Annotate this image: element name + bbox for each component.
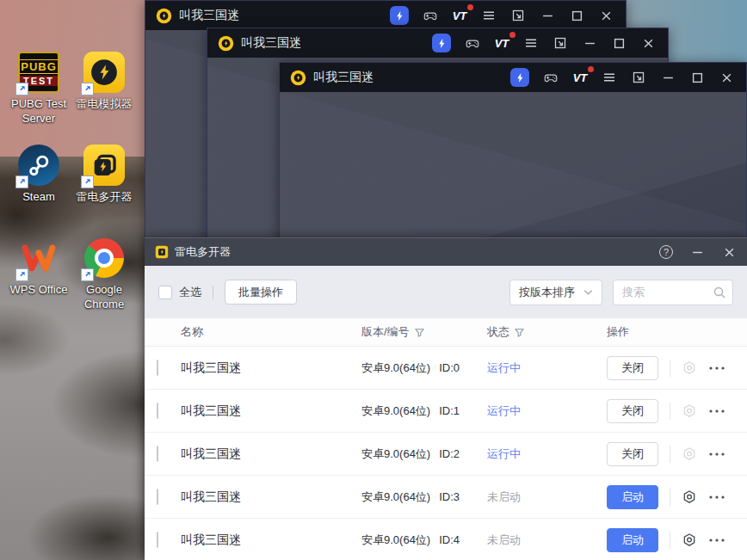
instance-row[interactable]: 叫我三国迷 安卓9.0(64位)ID:2 运行中 关闭 [145, 433, 747, 476]
close-icon[interactable] [640, 35, 656, 51]
minimize-icon[interactable] [660, 70, 676, 85]
instance-version: 安卓9.0(64位) [361, 446, 430, 462]
search-icon[interactable] [713, 286, 726, 303]
close-instance-button[interactable]: 关闭 [607, 356, 658, 380]
help-icon[interactable]: ? [659, 245, 673, 259]
row-checkbox[interactable] [157, 532, 158, 548]
instance-version: 安卓9.0(64位) [361, 489, 430, 505]
settings-gear-icon[interactable] [682, 446, 697, 462]
ldplayer-logo-icon [156, 8, 172, 24]
shortcut-arrow-icon [81, 83, 94, 95]
emulator-titlebar: 叫我三国迷 VT [207, 28, 668, 58]
gamepad-icon[interactable] [543, 70, 559, 85]
notification-dot [588, 66, 594, 72]
table-header: 名称 版本/编号 状态 操作 [145, 318, 747, 347]
boost-icon[interactable] [432, 34, 451, 52]
minimize-icon[interactable] [582, 35, 597, 51]
desktop-icon-wps-office[interactable]: WPS Office [5, 237, 72, 298]
select-all-checkbox[interactable] [158, 286, 172, 299]
rotate-screen-icon[interactable] [553, 35, 568, 51]
ldplayer-logo-icon [218, 35, 234, 52]
instance-row[interactable]: 叫我三国迷 安卓9.0(64位)ID:0 运行中 关闭 [145, 347, 747, 390]
start-instance-button[interactable]: 启动 [607, 528, 658, 552]
instance-name: 叫我三国迷 [181, 532, 361, 548]
more-options-icon[interactable] [708, 366, 725, 371]
row-checkbox[interactable] [157, 446, 158, 462]
desktop-icon-label: Steam [22, 190, 55, 205]
desktop-icon-label: PUBG Test Server [5, 97, 72, 126]
row-checkbox[interactable] [157, 403, 158, 419]
instance-row[interactable]: 叫我三国迷 安卓9.0(64位)ID:3 未启动 启动 [145, 476, 747, 519]
shortcut-arrow-icon [15, 268, 28, 281]
rotate-screen-icon[interactable] [631, 70, 646, 85]
notification-dot [467, 4, 473, 10]
minimize-icon[interactable] [689, 244, 705, 260]
row-checkbox[interactable] [157, 489, 158, 505]
instance-id: ID:0 [439, 361, 460, 374]
filter-icon[interactable] [514, 327, 525, 338]
sort-dropdown-label: 按版本排序 [519, 285, 575, 300]
shortcut-arrow-icon [15, 83, 28, 95]
ldplayer-icon [83, 52, 125, 93]
instance-name: 叫我三国迷 [181, 403, 361, 419]
rotate-screen-icon[interactable] [510, 8, 526, 23]
gamepad-icon[interactable] [423, 8, 438, 23]
header-status: 状态 [487, 324, 509, 340]
instance-row[interactable]: 叫我三国迷 安卓9.0(64位)ID:1 运行中 关闭 [145, 390, 747, 433]
instance-version: 安卓9.0(64位) [361, 532, 430, 548]
vt-label: VT [495, 37, 509, 50]
more-options-icon[interactable] [708, 495, 725, 500]
more-options-icon[interactable] [708, 409, 725, 414]
row-checkbox[interactable] [157, 360, 158, 376]
boost-icon[interactable] [510, 68, 529, 87]
status-badge: 运行中 [487, 361, 521, 374]
vt-icon[interactable]: VT [494, 35, 509, 51]
close-instance-button[interactable]: 关闭 [607, 442, 658, 466]
vt-icon[interactable]: VT [572, 70, 588, 85]
filter-icon[interactable] [414, 327, 425, 338]
ld-multiplayer-icon [83, 145, 125, 186]
settings-gear-icon[interactable] [682, 360, 697, 376]
close-icon[interactable] [598, 8, 614, 23]
instance-row[interactable]: 叫我三国迷 安卓9.0(64位)ID:4 未启动 启动 [145, 519, 747, 560]
batch-operations-button[interactable]: 批量操作 [225, 280, 297, 305]
window-title: 叫我三国迷 [179, 8, 239, 23]
close-icon[interactable] [721, 244, 737, 260]
multi-instance-manager-window: 雷电多开器 ? 全选 批量操作 按版本排序 名称 版本/编号 状态 操作 [145, 237, 747, 560]
desktop-icon-google-chrome[interactable]: Google Chrome [71, 237, 138, 312]
status-badge: 运行中 [487, 447, 521, 460]
vt-icon[interactable]: VT [452, 8, 467, 23]
desktop-icon-label: 雷电多开器 [77, 190, 133, 205]
manager-window-title: 雷电多开器 [175, 244, 231, 260]
desktop-icon-pubg-test-server[interactable]: PUBGTEST PUBG Test Server [5, 52, 72, 126]
vt-label: VT [573, 71, 588, 84]
vt-label: VT [453, 9, 467, 22]
instance-version: 安卓9.0(64位) [361, 360, 430, 376]
header-name: 名称 [181, 324, 361, 340]
minimize-icon[interactable] [540, 8, 555, 23]
gamepad-icon[interactable] [465, 35, 480, 51]
desktop-icon-ldplayer[interactable]: 雷电模拟器 [71, 52, 138, 112]
maximize-icon[interactable] [569, 8, 584, 23]
close-icon[interactable] [719, 70, 734, 85]
start-instance-button[interactable]: 启动 [607, 485, 658, 509]
maximize-icon[interactable] [689, 70, 705, 85]
sort-dropdown[interactable]: 按版本排序 [509, 280, 602, 305]
settings-gear-icon[interactable] [682, 532, 697, 548]
close-instance-button[interactable]: 关闭 [607, 399, 658, 423]
manager-toolbar: 全选 批量操作 按版本排序 [145, 266, 747, 318]
maximize-icon[interactable] [611, 35, 627, 51]
menu-icon[interactable] [523, 35, 539, 51]
desktop-icon-steam[interactable]: Steam [5, 145, 72, 205]
boost-icon[interactable] [390, 6, 409, 25]
settings-gear-icon[interactable] [682, 489, 697, 505]
settings-gear-icon[interactable] [682, 403, 697, 419]
instance-id: ID:4 [439, 533, 460, 546]
more-options-icon[interactable] [708, 452, 725, 457]
desktop-icon-ld-multiplayer[interactable]: 雷电多开器 [71, 145, 138, 205]
toolbar-divider [213, 286, 213, 299]
more-options-icon[interactable] [708, 538, 725, 543]
menu-icon[interactable] [602, 70, 617, 85]
wps-office-icon [18, 237, 59, 279]
menu-icon[interactable] [481, 8, 497, 23]
